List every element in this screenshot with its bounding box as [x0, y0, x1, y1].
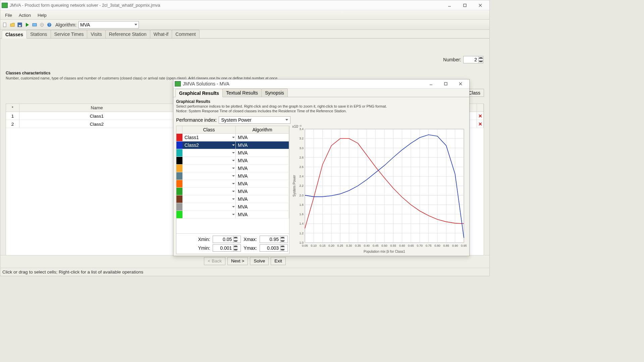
- series-color-swatch[interactable]: [176, 180, 182, 187]
- tab-service-times[interactable]: Service Times: [51, 30, 88, 38]
- svg-text:0.85: 0.85: [443, 244, 449, 247]
- maximize-button[interactable]: [457, 1, 473, 10]
- tab-what-if[interactable]: What-if: [150, 30, 172, 38]
- series-class-select[interactable]: [182, 195, 236, 203]
- series-color-swatch[interactable]: [176, 203, 182, 210]
- chart-panel[interactable]: x10⁻³ 0.050.100.150.200.250.300.350.400.…: [292, 126, 467, 254]
- tab-comment[interactable]: Comment: [172, 30, 200, 38]
- solve-button[interactable]: Solve: [250, 257, 269, 265]
- open-file-icon[interactable]: [9, 21, 16, 28]
- series-class-select[interactable]: [182, 203, 236, 210]
- spin-down-icon[interactable]: [233, 239, 238, 243]
- spin-up-icon[interactable]: [479, 56, 483, 60]
- ymin-spinner[interactable]: [213, 244, 241, 252]
- xmax-input[interactable]: [260, 236, 280, 243]
- series-row[interactable]: MVA: [176, 149, 289, 157]
- series-class-select[interactable]: [182, 180, 236, 187]
- ymax-spinner[interactable]: [260, 244, 288, 252]
- series-color-swatch[interactable]: [176, 188, 182, 195]
- series-color-swatch[interactable]: [176, 134, 182, 141]
- exit-button[interactable]: Exit: [271, 257, 286, 265]
- col-index[interactable]: *: [6, 104, 19, 112]
- col-name[interactable]: Name: [19, 104, 174, 112]
- series-color-swatch[interactable]: [176, 157, 182, 164]
- series-row[interactable]: MVA: [176, 157, 289, 165]
- results-chart[interactable]: 0.050.100.150.200.250.300.350.400.450.50…: [292, 126, 467, 254]
- random-icon[interactable]: [31, 21, 38, 28]
- xmin-input[interactable]: [213, 236, 233, 243]
- menu-action[interactable]: Action: [15, 12, 34, 19]
- spin-up-icon[interactable]: [233, 245, 238, 248]
- spin-up-icon[interactable]: [280, 236, 285, 239]
- series-color-swatch[interactable]: [176, 195, 182, 203]
- xmin-spinner[interactable]: [213, 236, 241, 243]
- series-row[interactable]: MVA: [176, 165, 289, 172]
- back-button[interactable]: < Back: [204, 257, 225, 265]
- minimize-button[interactable]: [442, 1, 457, 10]
- series-class-select[interactable]: Class2: [182, 141, 236, 149]
- delete-row-icon[interactable]: ✕: [477, 120, 484, 128]
- ymax-input[interactable]: [260, 245, 280, 251]
- menu-file[interactable]: File: [2, 12, 15, 19]
- performance-index-select[interactable]: System Power: [219, 116, 290, 124]
- svg-text:0.45: 0.45: [373, 244, 378, 247]
- next-button[interactable]: Next >: [227, 257, 248, 265]
- series-color-swatch[interactable]: [176, 141, 182, 149]
- row-name[interactable]: Class1: [19, 112, 174, 120]
- series-row[interactable]: MVA: [176, 188, 289, 195]
- series-row[interactable]: MVA: [176, 180, 289, 188]
- tab-visits[interactable]: Visits: [87, 30, 105, 38]
- row-name[interactable]: Class2: [19, 120, 174, 128]
- series-row[interactable]: MVA: [176, 211, 289, 219]
- dialog-maximize-button[interactable]: [438, 79, 453, 88]
- help-icon[interactable]: ?: [46, 21, 53, 28]
- delete-row-icon[interactable]: ✕: [477, 112, 484, 120]
- series-class-select[interactable]: [182, 172, 236, 180]
- close-button[interactable]: [473, 1, 488, 10]
- spin-down-icon[interactable]: [280, 248, 285, 251]
- new-file-icon[interactable]: [2, 21, 8, 28]
- save-file-icon[interactable]: [16, 21, 23, 28]
- series-col-algorithm[interactable]: Algorithm: [236, 126, 289, 133]
- ymin-input[interactable]: [213, 245, 233, 251]
- class-count-spinner[interactable]: [463, 56, 483, 63]
- dialog-minimize-button[interactable]: [424, 79, 438, 88]
- spin-up-icon[interactable]: [233, 236, 238, 239]
- series-color-swatch[interactable]: [176, 165, 182, 172]
- spin-down-icon[interactable]: [479, 60, 483, 63]
- series-row[interactable]: MVA: [176, 195, 289, 203]
- dialog-tab-graphical-results[interactable]: Graphical Results: [175, 89, 223, 97]
- series-col-class[interactable]: Class: [182, 126, 236, 133]
- series-row[interactable]: Class1MVA: [176, 134, 289, 141]
- class-count-input[interactable]: [464, 56, 478, 63]
- series-class-select[interactable]: [182, 149, 236, 157]
- main-window-title: JMVA - Product form queueing network sol…: [10, 3, 442, 8]
- tab-reference-station[interactable]: Reference Station: [105, 30, 150, 38]
- spin-down-icon[interactable]: [280, 239, 285, 243]
- series-row[interactable]: MVA: [176, 203, 289, 211]
- series-class-select[interactable]: [182, 188, 236, 195]
- series-class-select[interactable]: [182, 165, 236, 172]
- series-color-swatch[interactable]: [176, 211, 182, 218]
- settings-icon[interactable]: [39, 21, 45, 28]
- tab-classes[interactable]: Classes: [2, 30, 27, 39]
- series-color-swatch[interactable]: [176, 149, 182, 157]
- dialog-tab-synopsis[interactable]: Synopsis: [261, 88, 288, 97]
- algorithm-select[interactable]: MVA: [78, 21, 139, 28]
- menu-help[interactable]: Help: [34, 12, 50, 19]
- series-color-swatch[interactable]: [176, 172, 182, 180]
- series-row[interactable]: MVA: [176, 172, 289, 180]
- svg-text:2.8: 2.8: [300, 156, 304, 159]
- xmax-spinner[interactable]: [260, 236, 288, 243]
- statusbar: Click or drag to select cells; Right-cli…: [0, 268, 489, 276]
- series-class-select[interactable]: [182, 211, 236, 218]
- spin-up-icon[interactable]: [280, 245, 285, 248]
- series-class-select[interactable]: [182, 157, 236, 164]
- series-class-select[interactable]: Class1: [182, 134, 236, 141]
- dialog-close-button[interactable]: [453, 79, 468, 88]
- spin-down-icon[interactable]: [233, 248, 238, 251]
- series-row[interactable]: Class2MVA: [176, 141, 289, 149]
- tab-stations[interactable]: Stations: [26, 30, 51, 38]
- dialog-tab-textual-results[interactable]: Textual Results: [222, 88, 262, 97]
- run-icon[interactable]: [24, 21, 31, 28]
